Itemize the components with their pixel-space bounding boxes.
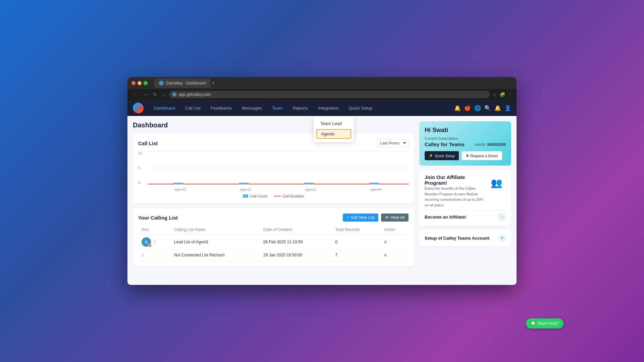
maximize-button[interactable] <box>144 81 148 85</box>
browser-window: Getcalley - Dashboard + ← → ↻ ⌂ app.getc… <box>127 77 517 285</box>
tab-bar: Getcalley - Dashboard + <box>154 78 513 88</box>
row2-sno: 2 <box>138 250 171 261</box>
setup-title: Setup of Calley Teams Account <box>425 236 489 241</box>
y-label-5: 5 <box>138 166 145 170</box>
th-records: Total Records <box>332 225 381 235</box>
subscription-label: Current Subscription <box>425 136 506 140</box>
apple-icon[interactable]: 🍎 <box>464 105 471 111</box>
globe-icon[interactable]: 🌐 <box>474 105 481 111</box>
nav-item-integration[interactable]: Integration <box>313 104 343 113</box>
new-tab-button[interactable]: + <box>212 80 215 86</box>
call-list-chart: 0 5 10 <box>138 151 409 191</box>
affiliate-top: Join Our Affiliate Program! Enjoy the be… <box>425 174 506 208</box>
nav-item-team[interactable]: Team <box>267 104 287 113</box>
y-label-10: 10 <box>138 151 145 155</box>
subscription-actions: ⚡ Quick Setup ⊕ Request a Demo <box>425 151 506 160</box>
th-date: Date of Creation <box>260 225 332 235</box>
th-sno: Sno <box>138 225 171 235</box>
address-box[interactable]: app.getcalley.com <box>169 91 490 98</box>
row1-name: Lead List of Agent1 <box>171 235 260 250</box>
dropdown-item-agents[interactable]: Agents <box>316 129 351 139</box>
table-head: Sno Calling List Name Date of Creation T… <box>138 225 409 235</box>
nav-items: Dashboard Call List Feedbacks Messages T… <box>149 104 454 113</box>
x-label-agent2: agent2 <box>240 187 251 191</box>
calling-list-header: Your Calling List + Add New List 👁 View … <box>138 214 409 222</box>
validity-info: Validity 04/03/2025 <box>474 141 506 147</box>
legend-call-duration-label: Call Duration <box>283 194 304 198</box>
back-button[interactable]: ← <box>131 91 139 98</box>
row2-action-icon[interactable]: ≡ <box>384 252 387 258</box>
validity-date: 04/03/2025 <box>487 142 506 146</box>
nav-item-feedbacks[interactable]: Feedbacks <box>206 104 237 113</box>
address-bar: ← → ↻ ⌂ app.getcalley.com ☆ 🧩 ⋮ <box>127 89 517 100</box>
legend-call-duration-color <box>274 196 281 196</box>
legend-call-count-color <box>243 194 248 198</box>
tab-title: Getcalley - Dashboard <box>166 81 206 85</box>
calling-list-table: Sno Calling List Name Date of Creation T… <box>138 225 409 261</box>
add-new-list-button[interactable]: + Add New List <box>343 214 378 222</box>
time-filter-select[interactable]: Last Hours Last Day Last Week Last Month <box>377 139 409 147</box>
calling-list-card: Your Calling List + Add New List 👁 View … <box>133 208 414 266</box>
notification-bell-icon[interactable]: 🔔 <box>454 105 461 111</box>
right-sidebar: Hi Swati Current Subscription Calley for… <box>419 116 517 285</box>
home-button[interactable]: ⌂ <box>161 91 166 98</box>
affiliate-title: Join Our Affiliate Program! <box>425 174 487 186</box>
affiliate-text: Join Our Affiliate Program! Enjoy the be… <box>425 174 487 208</box>
menu-icon[interactable]: ⋮ <box>508 92 513 97</box>
request-demo-button[interactable]: ⊕ Request a Demo <box>462 151 502 160</box>
extensions-icon[interactable]: 🧩 <box>499 92 505 97</box>
traffic-lights <box>131 81 148 85</box>
row1-action-icon[interactable]: ≡ <box>384 239 387 245</box>
table-body: G 2 1 Lead List of Agent1 06 Feb 2025 11… <box>138 235 409 261</box>
nav-item-calllist[interactable]: Call List <box>180 104 205 113</box>
plan-name: Calley for Teams <box>425 141 465 147</box>
nav-item-messages[interactable]: Messages <box>237 104 266 113</box>
chart-y-labels: 0 5 10 <box>138 151 145 185</box>
browser-titlebar: Getcalley - Dashboard + <box>127 77 517 89</box>
row1-action: ≡ <box>381 235 409 250</box>
setup-card: Setup of Calley Teams Account + <box>419 230 511 246</box>
legend-call-count-label: Call Count <box>250 194 267 198</box>
view-all-button[interactable]: 👁 View All <box>381 214 409 222</box>
row1-date: 06 Feb 2025 11:10:59 <box>260 235 332 250</box>
minimize-button[interactable] <box>138 81 142 85</box>
need-help-button[interactable]: 💬 Need Help? <box>526 318 564 328</box>
app-logo[interactable] <box>133 103 144 113</box>
need-help-label: Need Help? <box>538 321 559 326</box>
x-label-agent1: agent1 <box>305 187 316 191</box>
page-title: Dashboard <box>133 121 414 129</box>
content-area: Dashboard Call List Last Hours Last Day … <box>127 116 419 285</box>
url-text: app.getcalley.com <box>178 92 211 97</box>
forward-button[interactable]: → <box>142 91 149 98</box>
reload-button[interactable]: ↻ <box>152 91 158 98</box>
search-icon[interactable]: 🔍 <box>484 105 491 111</box>
row1-avatar: G 2 <box>142 237 151 247</box>
gridline-bottom <box>148 184 409 185</box>
gridline-top <box>148 151 409 152</box>
subscription-card: Hi Swati Current Subscription Calley for… <box>419 121 511 166</box>
th-action: Action <box>381 225 409 235</box>
affiliate-card: Join Our Affiliate Program! Enjoy the be… <box>419 170 511 226</box>
row1-avatar-cell: G 2 1 <box>142 237 167 247</box>
quick-setup-button[interactable]: ⚡ Quick Setup <box>425 151 459 160</box>
affiliate-link-label: Become an Affiliate! <box>425 215 467 220</box>
chart-plot-area <box>148 151 409 185</box>
plus-icon: + <box>347 215 349 220</box>
active-tab[interactable]: Getcalley - Dashboard <box>154 78 210 88</box>
become-affiliate-link[interactable]: Become an Affiliate! → <box>425 210 506 221</box>
dropdown-item-teamlead[interactable]: Team Lead <box>314 119 354 128</box>
alert-icon[interactable]: 🔔 <box>494 105 501 111</box>
user-icon[interactable]: 👤 <box>504 105 511 111</box>
nav-item-quicksetup[interactable]: Quick Setup <box>344 104 377 113</box>
row2-action: ≡ <box>381 250 409 261</box>
bookmark-icon[interactable]: ☆ <box>492 92 497 97</box>
setup-expand-button[interactable]: + <box>498 234 506 242</box>
nav-item-dashboard[interactable]: Dashboard <box>149 104 180 113</box>
call-list-card: Call List Last Hours Last Day Last Week … <box>133 134 414 203</box>
close-button[interactable] <box>131 81 136 85</box>
y-label-0: 0 <box>138 181 145 185</box>
x-label-agent3: agent3 <box>174 187 186 191</box>
nav-item-reports[interactable]: Reports <box>288 104 313 113</box>
plus-circle-icon: ⊕ <box>466 154 469 158</box>
x-label-agent4: agent4 <box>370 187 382 191</box>
